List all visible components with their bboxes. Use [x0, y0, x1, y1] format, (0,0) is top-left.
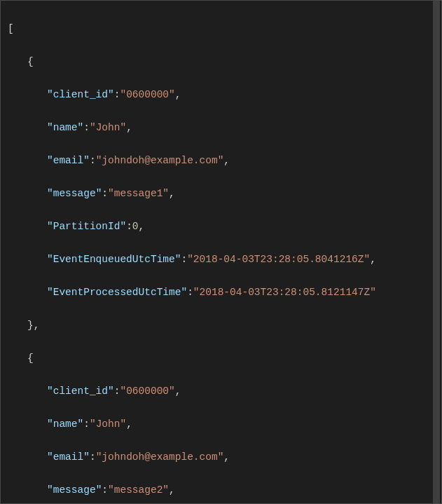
- json-key: "client_id": [47, 89, 114, 100]
- json-value: "johndoh@example.com": [96, 155, 224, 166]
- json-key: "email": [47, 451, 90, 463]
- json-value: "2018-04-03T23:28:05.8121147Z": [193, 287, 376, 298]
- json-key: "EventEnqueuedUtcTime": [47, 254, 181, 265]
- bracket-open: [: [8, 23, 14, 34]
- json-value: "John": [90, 418, 126, 430]
- json-value: 0: [132, 221, 139, 232]
- json-key: "EventProcessedUtcTime": [47, 287, 187, 298]
- json-key: "message": [47, 188, 102, 199]
- json-key: "name": [47, 122, 83, 133]
- json-key: "message": [47, 484, 102, 496]
- json-key: "email": [47, 155, 90, 166]
- scrollbar-thumb[interactable]: [433, 1, 440, 503]
- brace-open: {: [27, 54, 34, 70]
- json-value: "message2": [108, 484, 169, 496]
- json-value: "0600000": [120, 89, 174, 100]
- json-value: "message1": [108, 188, 169, 199]
- brace-close: },: [27, 318, 39, 334]
- json-value: "John": [90, 122, 126, 133]
- json-key: "name": [47, 418, 83, 430]
- json-value: "johndoh@example.com": [96, 451, 224, 463]
- json-value: "2018-04-03T23:28:05.8041216Z": [187, 254, 370, 265]
- json-key: "client_id": [47, 386, 114, 397]
- json-value: "0600000": [120, 386, 174, 397]
- scrollbar-vertical[interactable]: [431, 1, 441, 503]
- json-key: "PartitionId": [47, 221, 126, 232]
- brace-open: {: [27, 350, 34, 367]
- code-editor[interactable]: [ { "client_id":"0600000", "name":"John"…: [1, 1, 441, 503]
